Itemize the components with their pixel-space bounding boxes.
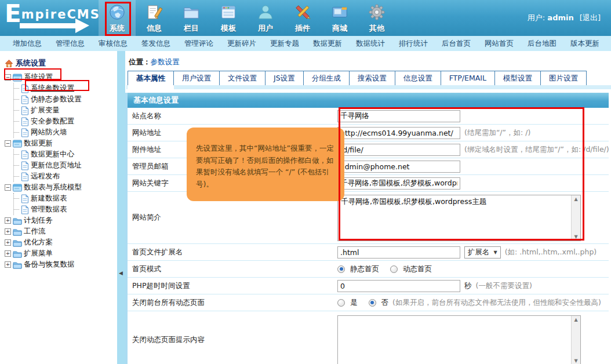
breadcrumb-link[interactable]: 参数设置 (151, 57, 180, 66)
attachment-url-input[interactable] (337, 144, 460, 156)
sidebar-group-cron: +计划任务 (5, 215, 117, 226)
site-keywords-input[interactable] (337, 177, 460, 190)
menubar-item-site-home[interactable]: 网站首页 (478, 39, 521, 49)
expand-node-icon[interactable]: + (5, 228, 11, 235)
topnav-item-plugin[interactable]: 插件 (284, 0, 321, 36)
close-dynamic-radio-1[interactable] (369, 299, 376, 307)
sidebar-item-label-param-settings[interactable]: 系统参数设置 (31, 83, 74, 93)
menubar-item-add-info[interactable]: 增加信息 (6, 39, 49, 49)
field-php-timeout: 秒(一般不需要设置) (337, 280, 609, 292)
site-url-input[interactable] (337, 127, 460, 139)
sidebar-item-label-firewall[interactable]: 网站防火墙 (31, 128, 67, 137)
collapse-sidebar-icon[interactable]: ◀ (119, 270, 123, 276)
field-site-description: 千寻网络,帝国模板,织梦模板,wordpress主题▲▼ (337, 195, 609, 241)
topnav-item-system[interactable]: 系统 (99, 0, 136, 36)
topnav-item-info[interactable]: 信息 (136, 0, 173, 36)
topnav-item-template[interactable]: 模板 (210, 0, 247, 36)
menubar-item-admin-home[interactable]: 后台首页 (435, 39, 478, 49)
scroll-down-icon[interactable]: ▼ (574, 234, 577, 239)
site-description-textarea-value: 千寻网络,帝国模板,织梦模板,wordpress主题 (338, 195, 571, 241)
scroll-up-icon[interactable]: ▲ (574, 317, 577, 322)
tab-image[interactable]: 图片设置 (540, 71, 587, 85)
sidebar-item-label-ext-vars[interactable]: 扩展变量 (31, 105, 60, 115)
site-name-input[interactable] (337, 110, 460, 122)
logo-arrow-icon (20, 23, 77, 28)
index-ext-select[interactable]: 扩展名▼ (464, 246, 501, 259)
menubar-item-check-info[interactable]: 审核信息 (92, 39, 134, 49)
menubar-item-data-stats[interactable]: 数据统计 (349, 39, 392, 49)
menubar-item-version-update[interactable]: 版本更新 (563, 39, 606, 49)
sidebar-group-label-backup[interactable]: 备份与恢复数据 (24, 260, 75, 270)
sidebar-item-security-config: 安全参数配置 (14, 116, 117, 127)
sidebar-children-tables-models: 新建数据表管理数据表 (13, 193, 117, 215)
index-mode-radio-0[interactable] (337, 265, 345, 273)
tab-js[interactable]: JS设置 (265, 71, 304, 85)
sidebar-item-label-security-config[interactable]: 安全参数配置 (31, 117, 74, 126)
tab-info[interactable]: 信息设置 (395, 71, 441, 85)
menubar-item-data-update[interactable]: 数据更新 (306, 39, 349, 49)
tab-model[interactable]: 模型设置 (494, 71, 541, 85)
scroll-up-icon[interactable]: ▲ (574, 196, 577, 202)
php-timeout-suffix: 秒 (464, 281, 472, 291)
expand-node-icon[interactable]: + (5, 250, 11, 257)
admin-email-input[interactable] (337, 161, 460, 173)
tab-ftp-email[interactable]: FTP/EMAIL (441, 71, 495, 85)
scroll-down-icon[interactable]: ▼ (574, 358, 577, 363)
tab-group[interactable]: 分组生成 (303, 71, 350, 85)
index-mode-radio-label-1: 动态首页 (403, 264, 432, 274)
scrollbar[interactable]: ▲▼ (571, 195, 580, 241)
expand-node-icon[interactable]: + (5, 239, 11, 246)
sidebar-group-label-system-settings[interactable]: 系统设置 (24, 72, 53, 82)
tab-user[interactable]: 用户设置 (173, 71, 220, 85)
menubar-item-update-special[interactable]: 更新专题 (263, 39, 306, 49)
collapse-node-icon[interactable]: − (5, 74, 11, 81)
tab-search[interactable]: 搜索设置 (349, 71, 395, 85)
form-row-index-ext: 首页文件扩展名扩展名▼(如: .html,.htm,.xml,.php) (128, 244, 609, 261)
sidebar-group-label-cron[interactable]: 计划任务 (24, 216, 53, 225)
site-description-textarea[interactable]: 千寻网络,帝国模板,织梦模板,wordpress主题▲▼ (337, 195, 581, 241)
menubar-item-sign-info[interactable]: 签发信息 (134, 39, 177, 49)
sidebar-item-label-rewrite-settings[interactable]: 伪静态参数设置 (31, 94, 82, 104)
collapse-node-icon[interactable]: − (5, 140, 11, 147)
sidebar-group-label-data-update[interactable]: 数据更新 (24, 139, 53, 148)
topnav-item-shop[interactable]: 商城 (321, 0, 358, 36)
index-ext-input[interactable] (337, 246, 460, 259)
scrollbar[interactable]: ▲▼ (571, 316, 580, 364)
logout-link[interactable]: [退出] (580, 13, 601, 22)
menubar-item-manage-info[interactable]: 管理信息 (49, 39, 92, 49)
collapse-node-icon[interactable]: − (5, 184, 11, 191)
sidebar-item-label-remote-publish[interactable]: 远程发布 (31, 172, 60, 181)
sidebar-group-label-workflow[interactable]: 工作流 (24, 227, 46, 236)
close-dynamic-message-textarea-value (338, 316, 571, 364)
sidebar-group-label-ext-menu[interactable]: 扩展菜单 (24, 249, 53, 259)
sidebar: 系统设置 −系统设置系统参数设置伪静态参数设置扩展变量安全参数配置网站防火墙−数… (0, 51, 117, 364)
site-url-hint: (结尾需加“/”，如: /) (464, 128, 530, 138)
logo-arrow-head-icon (75, 19, 89, 33)
panel-icon (13, 140, 22, 148)
topnav-item-user[interactable]: 用户 (247, 0, 284, 36)
sidebar-item-label-new-table[interactable]: 新建数据表 (31, 194, 67, 203)
sidebar-item-label-update-info-url[interactable]: 更新信息页地址 (31, 161, 82, 170)
menubar-item-update-fragment[interactable]: 更新碎片 (220, 39, 263, 49)
close-dynamic-message-textarea[interactable]: ▲▼ (337, 315, 581, 364)
sidebar-item-label-manage-table[interactable]: 管理数据表 (31, 205, 67, 214)
close-dynamic-radio-0[interactable] (337, 299, 345, 307)
sidebar-group-label-optimize[interactable]: 优化方案 (24, 238, 53, 247)
page-icon (21, 172, 29, 181)
sidebar-group-label-tables-models[interactable]: 数据表与系统模型 (24, 183, 82, 192)
menubar-item-admin-map[interactable]: 后台地图 (521, 39, 563, 49)
menubar-item-manage-comment[interactable]: 管理评论 (177, 39, 220, 49)
expand-node-icon[interactable]: + (5, 261, 11, 268)
sidebar-item-label-data-update-center[interactable]: 数据更新中心 (31, 150, 74, 159)
tools-icon (293, 3, 312, 21)
topnav-item-other[interactable]: 其他 (358, 0, 395, 36)
expand-node-icon[interactable]: + (5, 217, 11, 224)
menubar-item-rank-stats[interactable]: 排行统计 (392, 39, 435, 49)
php-timeout-input[interactable] (337, 280, 460, 292)
breadcrumb: 位置：参数设置 (125, 51, 611, 71)
tab-basic[interactable]: 基本属性 (128, 71, 174, 85)
form-row-index-mode: 首页模式静态首页动态首页 (128, 261, 609, 278)
index-mode-radio-1[interactable] (390, 265, 398, 273)
topnav-item-column[interactable]: 栏目 (173, 0, 210, 36)
tab-file[interactable]: 文件设置 (219, 71, 266, 85)
